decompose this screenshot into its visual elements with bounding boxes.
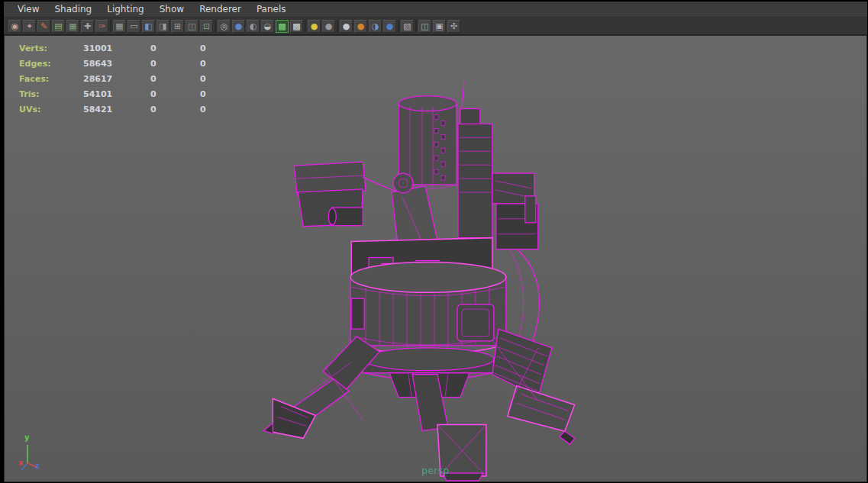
hud-row-col2: 0 xyxy=(150,43,200,53)
hud-row-col2: 0 xyxy=(150,59,200,69)
toolbar-icon-film-gate[interactable]: ▭ xyxy=(127,20,140,33)
hud-row-label: UVs: xyxy=(19,105,83,114)
toolbar-separator xyxy=(305,20,306,32)
toolbar-icon-motion-blur[interactable]: ◑ xyxy=(369,20,382,33)
toolbar-icon-wireframe[interactable]: ◎ xyxy=(218,20,231,33)
hud-row-col2: 0 xyxy=(150,105,200,114)
toolbar-icon-use-default-material[interactable]: ◒ xyxy=(261,20,274,33)
hud-row-label: Faces: xyxy=(19,74,83,84)
hud-row-label: Verts: xyxy=(19,43,83,53)
menu-renderer[interactable]: Renderer xyxy=(192,2,249,17)
hud-row-value: 28617 xyxy=(83,74,150,84)
hud-row: UVs: 58421 0 0 xyxy=(19,101,215,117)
hud-row-col3: 0 xyxy=(200,43,215,53)
hud-row-value: 58643 xyxy=(83,59,150,69)
toolbar-separator xyxy=(398,20,399,32)
toolbar-icon-grease-frames[interactable]: ✑ xyxy=(95,20,108,33)
toolbar-icon-select-camera[interactable]: ◉ xyxy=(8,20,21,33)
toolbar-icon-safe-title[interactable]: ⊡ xyxy=(200,20,213,33)
toolbar-icon-grease-pencil[interactable]: ✎ xyxy=(37,20,50,33)
toolbar-icon-image-plane[interactable]: ▦ xyxy=(66,20,79,33)
toolbar-icon-exposure[interactable]: ✣ xyxy=(447,20,460,33)
toolbar-separator xyxy=(110,20,111,32)
hud-row-label: Tris: xyxy=(19,89,83,99)
toolbar-icon-default-lighting[interactable]: ● xyxy=(322,20,335,33)
maya-panel-frame: View Shading Lighting Show Renderer Pane… xyxy=(0,0,868,483)
hud-row: Verts: 31001 0 0 xyxy=(19,40,215,56)
hud-row-col2: 0 xyxy=(150,89,200,99)
hud-row-label: Edges: xyxy=(19,59,83,69)
hud-row: Edges: 58643 0 0 xyxy=(19,56,215,71)
toolbar-icon-textured-active[interactable]: ▩ xyxy=(276,20,289,33)
perspective-panel: View Shading Lighting Show Renderer Pane… xyxy=(4,2,867,482)
axis-y-label: y xyxy=(24,433,30,442)
menu-show[interactable]: Show xyxy=(152,2,192,17)
hud-row-col3: 0 xyxy=(200,74,215,84)
toolbar-icon-checker-material[interactable]: ▩ xyxy=(290,20,303,33)
hud-row-value: 54101 xyxy=(83,89,150,99)
hud-row: Tris: 54101 0 0 xyxy=(19,86,215,101)
toolbar-icon-resolution-gate[interactable]: ◧ xyxy=(142,20,155,33)
model-arm-left[interactable] xyxy=(294,162,397,227)
panel-menu-bar: View Shading Lighting Show Renderer Pane… xyxy=(4,2,867,18)
toolbar-icon-xray-joints[interactable]: ▣ xyxy=(433,20,446,33)
toolbar-icon-gate-mask[interactable]: ◨ xyxy=(156,20,169,33)
toolbar-icon-camera-attributes[interactable]: ✦ xyxy=(23,20,36,33)
toolbar-icon-2d-pan-zoom[interactable]: ✚ xyxy=(81,20,94,33)
hud-row-value: 31001 xyxy=(83,43,150,53)
toolbar-separator xyxy=(337,20,338,32)
toolbar-icon-field-chart[interactable]: ⊞ xyxy=(171,20,184,33)
hud-row-col2: 0 xyxy=(150,74,200,84)
poly-count-hud: Verts: 31001 0 0 Edges: 58643 0 0 Faces: xyxy=(19,40,215,117)
menu-view[interactable]: View xyxy=(10,2,47,17)
toolbar-icon-smooth-shade[interactable]: ● xyxy=(232,20,245,33)
toolbar-separator xyxy=(415,20,417,32)
toolbar-icon-ambient-occlusion[interactable]: ● xyxy=(354,20,367,33)
hud-row: Faces: 28617 0 0 xyxy=(19,71,215,86)
viewport[interactable]: Verts: 31001 0 0 Edges: 58643 0 0 Faces: xyxy=(4,35,867,482)
hud-row-col3: 0 xyxy=(200,89,215,99)
menu-panels[interactable]: Panels xyxy=(249,2,294,17)
toolbar-icon-shadows[interactable]: ● xyxy=(340,20,353,33)
hud-row-col3: 0 xyxy=(200,105,215,114)
toolbar-icon-grid[interactable]: ▦ xyxy=(113,20,126,33)
toolbar-icon-safe-action[interactable]: ◫ xyxy=(186,20,198,33)
toolbar-icon-xray[interactable]: ◫ xyxy=(418,20,431,33)
hud-row-value: 58421 xyxy=(83,105,150,114)
camera-name-label: persp xyxy=(5,465,866,476)
toolbar-icon-bookmarks[interactable]: ▤ xyxy=(52,20,65,33)
toolbar-icon-depth-of-field[interactable]: ● xyxy=(383,20,396,33)
toolbar-icon-use-all-lights[interactable]: ● xyxy=(308,20,321,33)
hud-row-col3: 0 xyxy=(200,59,215,69)
toolbar-icon-textured[interactable]: ◐ xyxy=(247,20,260,33)
menu-shading[interactable]: Shading xyxy=(47,2,99,17)
panel-toolbar: ◉ ✦ ✎ ▤ ▦ ✚ ✑ ▦ ▭ ◧ ◨ xyxy=(4,18,867,35)
menu-lighting[interactable]: Lighting xyxy=(99,2,152,17)
toolbar-separator xyxy=(215,20,216,32)
toolbar-icon-isolate-select[interactable]: ▧ xyxy=(401,20,414,33)
